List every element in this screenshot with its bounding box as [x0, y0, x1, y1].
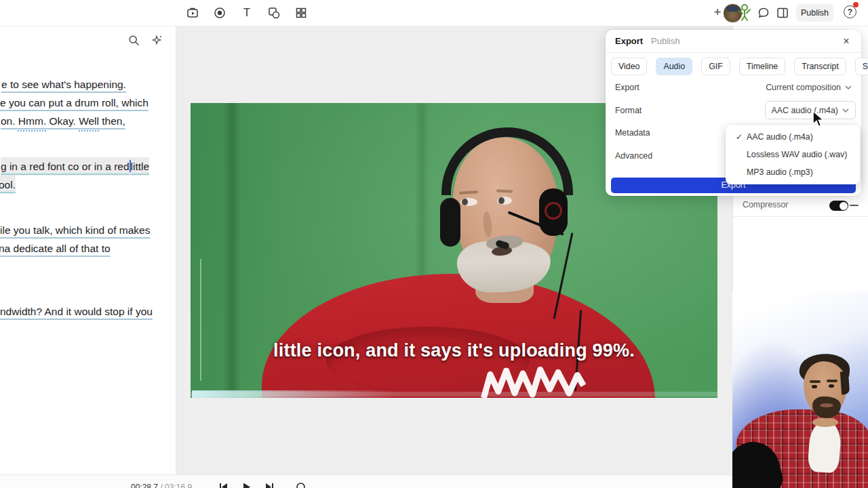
menu-item-wav[interactable]: Lossless WAV audio (.wav)	[726, 146, 860, 163]
current-time: 00:28.7	[131, 483, 158, 488]
tab-audio[interactable]: Audio	[656, 58, 692, 75]
layout-grid-icon[interactable]	[294, 6, 308, 20]
export-scope-value: Current composition	[766, 83, 841, 92]
webcam-person-brow	[810, 380, 821, 383]
webcam-overlay[interactable]	[732, 291, 868, 488]
flagged-word[interactable]: Well	[79, 115, 99, 127]
transcript-line[interactable]: na dedicate all of that to	[0, 239, 111, 258]
transcript-line-selected[interactable]: ool.	[0, 176, 16, 194]
speaker-eye	[497, 197, 512, 205]
transcript-text: little	[131, 161, 150, 172]
compressor-toggle[interactable]	[829, 201, 848, 211]
webcam-person-brow	[827, 380, 837, 382]
webcam-person-neck	[812, 418, 838, 427]
tab-gif[interactable]: GIF	[701, 58, 730, 75]
advanced-row-label: Advanced	[615, 151, 652, 161]
time-display: 00:28.7 / 03:16.9	[131, 483, 192, 488]
skip-forward-icon[interactable]	[264, 482, 275, 488]
dialog-header: Export Publish ×	[606, 30, 861, 53]
menu-item-label: AAC audio (.m4a)	[747, 132, 813, 142]
text-tool-icon[interactable]: T	[240, 6, 254, 20]
sparkle-ai-icon[interactable]	[151, 35, 163, 46]
transcript-text: Okay.	[46, 115, 79, 127]
media-clip-icon[interactable]	[186, 6, 199, 20]
speaker-eye	[460, 198, 477, 206]
export-scope-select[interactable]: Current composition	[766, 83, 852, 92]
headset-earcup-left	[440, 198, 460, 247]
headset-band	[441, 127, 573, 195]
flagged-word[interactable]: Hmm.	[18, 115, 46, 127]
panel-toggle-icon[interactable]	[776, 6, 789, 20]
compressor-label: Compressor	[743, 200, 788, 209]
cursor-pointer	[810, 110, 825, 128]
format-dropdown-menu: ✓ AAC audio (.m4a) Lossless WAV audio (.…	[726, 125, 860, 184]
video-caption: little icon, and it says it's uploading …	[191, 340, 717, 361]
comments-icon[interactable]	[757, 6, 770, 20]
search-icon[interactable]	[128, 35, 140, 46]
webcam-person-sideburn	[840, 371, 850, 395]
check-icon: ✓	[732, 132, 747, 142]
tab-transcript[interactable]: Transcript	[794, 58, 846, 75]
publish-button[interactable]: Publish	[796, 4, 833, 22]
greenscreen-floor-edge	[191, 392, 717, 396]
dialog-tab-export[interactable]: Export	[615, 36, 643, 46]
play-icon[interactable]	[241, 482, 252, 488]
headset-ring	[545, 202, 562, 220]
menu-item-mp3[interactable]: MP3 audio (.mp3)	[726, 163, 860, 181]
dialog-tab-publish[interactable]: Publish	[651, 36, 680, 46]
transcript-line[interactable]: e you can put a drum roll, which	[0, 94, 149, 112]
transcript-line[interactable]: on. Hmm. Okay. Well then,	[1, 112, 125, 130]
webcam-person-mouth	[820, 403, 833, 407]
remove-effect-icon[interactable]	[850, 205, 859, 206]
metadata-row-label: Metadata	[615, 128, 650, 138]
tab-subtitles[interactable]: Subtitles	[855, 58, 868, 75]
format-value: AAC audio (.m4a)	[772, 106, 838, 115]
skip-back-icon[interactable]	[218, 482, 229, 488]
loop-record-icon[interactable]	[296, 482, 306, 488]
total-time: / 03:16.9	[160, 483, 192, 488]
transcript-text: g in a red font co or in a red	[1, 161, 130, 172]
chevron-down-icon	[842, 108, 849, 113]
transcript-line[interactable]: ndwidth? And it would stop if you	[0, 302, 153, 321]
collaborator-figure-icon	[736, 3, 753, 22]
menu-item-aac[interactable]: ✓ AAC audio (.m4a)	[726, 128, 860, 146]
close-icon[interactable]: ×	[840, 35, 853, 48]
record-icon[interactable]	[213, 6, 226, 20]
compressor-row: Compressor	[733, 195, 868, 217]
shapes-icon[interactable]	[267, 6, 281, 20]
transcript-text: then,	[99, 115, 125, 127]
webcam-person-eye	[829, 384, 834, 388]
greenscreen-seam	[200, 259, 201, 381]
format-row-label: Format	[615, 106, 642, 115]
chevron-down-icon	[845, 85, 852, 89]
notification-dot	[853, 2, 859, 7]
transcript-line[interactable]: e to see what's happening.	[1, 75, 126, 94]
tab-video[interactable]: Video	[611, 58, 647, 75]
top-toolbar: T + Publish ?	[0, 0, 868, 26]
transcript-panel: e to see what's happening. e you can put…	[0, 26, 176, 474]
transcript-line-selected[interactable]: g in a red font co or in a redlittle	[1, 157, 149, 176]
webcam-person-eye	[812, 385, 817, 388]
export-type-tabs: Video Audio GIF Timeline Transcript Subt…	[611, 58, 868, 75]
menu-item-label: MP3 audio (.mp3)	[747, 167, 813, 177]
export-row-label: Export	[615, 83, 639, 92]
menu-item-label: Lossless WAV audio (.wav)	[747, 150, 847, 159]
tab-timeline[interactable]: Timeline	[739, 58, 785, 75]
transcript-line[interactable]: ile you talk, which kind of makes	[0, 221, 150, 239]
transcript-text: on.	[1, 115, 18, 127]
